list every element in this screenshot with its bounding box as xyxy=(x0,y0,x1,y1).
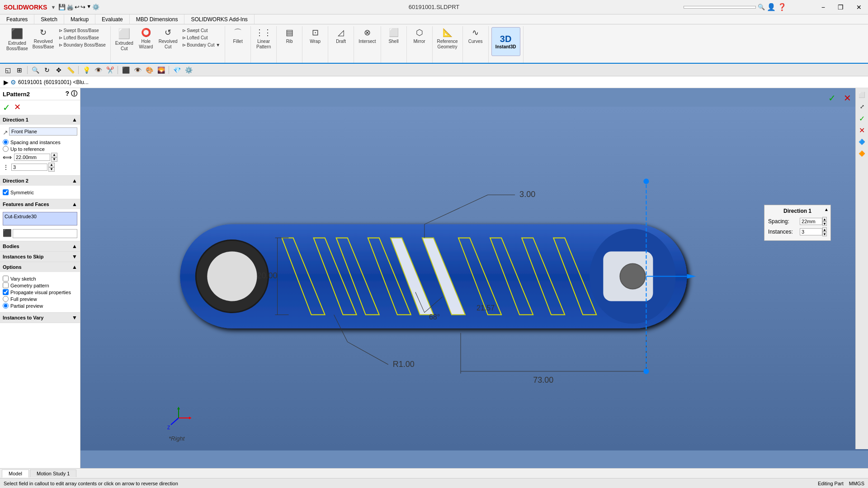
help-icon[interactable]: ❓ xyxy=(778,3,787,11)
quick-access-print[interactable]: 🖨️ xyxy=(66,4,74,10)
tb-view-btn2[interactable]: ⊞ xyxy=(14,65,24,75)
partial-preview-radio[interactable] xyxy=(3,303,9,309)
callout-spacing-up[interactable]: ▲ xyxy=(822,217,827,221)
tab-addins[interactable]: SOLIDWORKS Add-Ins xyxy=(184,14,254,24)
extruded-boss-base-button[interactable]: ⬛ ExtrudedBoss/Base xyxy=(5,27,30,52)
revolved-cut-button[interactable]: ↺ RevolvedCut xyxy=(157,27,179,51)
callout-spacing-input[interactable] xyxy=(800,218,822,225)
swept-cut-button[interactable]: ⊳ Swept Cut xyxy=(180,27,222,34)
ok-button[interactable]: ✓ xyxy=(3,102,10,113)
tb-zoom-btn[interactable]: 🔍 xyxy=(30,65,40,75)
right-expand-icon[interactable]: ⬜ xyxy=(857,90,867,100)
panel-info-icon[interactable]: ⓘ xyxy=(71,90,77,98)
3d-viewport[interactable]: 3.00 20.00 R1.00 73.00 68° 21.57 xyxy=(80,88,868,469)
right-icon4[interactable]: 🔶 xyxy=(857,149,867,159)
draft-button[interactable]: ◿ Draft xyxy=(331,27,351,45)
search-box[interactable] xyxy=(684,6,756,9)
fillet-button[interactable]: ⌒ Fillet xyxy=(228,27,248,45)
tb-realview[interactable]: 💎 xyxy=(172,65,182,75)
features-list-box[interactable]: Cut-Extrude30 xyxy=(3,212,77,225)
restore-button[interactable]: ❐ xyxy=(831,0,850,14)
tab-motion-study[interactable]: Motion Study 1 xyxy=(30,469,76,477)
tb-settings[interactable]: ⚙️ xyxy=(184,65,193,75)
right-arrow2-icon[interactable]: ✕ xyxy=(857,125,867,135)
bodies-header[interactable]: Bodies ▲ xyxy=(0,241,80,251)
tb-section-view[interactable]: ✂️ xyxy=(105,65,115,75)
panel-help-icon[interactable]: ? xyxy=(65,90,69,98)
symmetric-checkbox[interactable] xyxy=(3,189,9,195)
close-button[interactable]: ✕ xyxy=(850,0,868,14)
tb-display-btn[interactable]: 💡 xyxy=(81,65,91,75)
instances-skip-header[interactable]: Instances to Skip ▼ xyxy=(0,252,80,262)
revolved-boss-base-button[interactable]: ↻ RevolvedBoss/Base xyxy=(31,27,56,51)
quick-access-options[interactable]: ⚙️ xyxy=(92,4,99,10)
spacing-input[interactable] xyxy=(14,154,50,161)
mirror-button[interactable]: ⬡ Mirror xyxy=(410,27,429,45)
features-faces-collapse[interactable]: ▲ xyxy=(72,201,77,207)
curves-button[interactable]: ∿ Curves xyxy=(466,27,486,45)
wrap-button[interactable]: ⊡ Wrap xyxy=(305,27,325,45)
direction1-plane-input[interactable] xyxy=(9,127,77,136)
direction1-collapse[interactable]: ▲ xyxy=(72,117,77,123)
instances-skip-collapse[interactable]: ▼ xyxy=(72,253,77,260)
options-collapse[interactable]: ▲ xyxy=(72,264,77,270)
quick-access-dropdown[interactable]: ▼ xyxy=(86,4,91,10)
tb-display-style[interactable]: ⬛ xyxy=(121,65,131,75)
bodies-collapse[interactable]: ▲ xyxy=(72,243,77,249)
user-icon[interactable]: 👤 xyxy=(767,3,776,11)
tb-rotate-btn[interactable]: ↻ xyxy=(42,65,52,75)
cancel-button[interactable]: ✕ xyxy=(14,102,21,113)
callout-spacing-down[interactable]: ▼ xyxy=(822,221,827,226)
tb-measure-btn[interactable]: 📏 xyxy=(66,65,75,75)
tb-view-btn1[interactable]: ◱ xyxy=(3,65,13,75)
instances-vary-header[interactable]: Instances to Vary ▼ xyxy=(0,313,80,323)
shell-button[interactable]: ⬜ Shell xyxy=(384,27,404,45)
extruded-cut-button[interactable]: ⬜ ExtrudedCut xyxy=(113,27,135,52)
right-arrow1-icon[interactable]: ✓ xyxy=(857,113,867,123)
instances-down[interactable]: ▼ xyxy=(48,167,55,172)
propagate-visual-checkbox[interactable] xyxy=(3,289,9,295)
callout-collapse-button[interactable]: ▲ xyxy=(824,207,829,212)
reference-geometry-button[interactable]: 📐 ReferenceGeometry xyxy=(435,27,460,51)
tb-view-orient[interactable]: 👁️ xyxy=(93,65,103,75)
tab-model[interactable]: Model xyxy=(2,469,29,478)
viewport-ok-button[interactable]: ✓ xyxy=(826,92,838,104)
right-icon3[interactable]: 🔷 xyxy=(857,137,867,147)
right-zoom-icon[interactable]: ⤢ xyxy=(857,102,867,112)
hole-wizard-button[interactable]: ⭕ HoleWizard xyxy=(136,27,156,51)
direction1-header[interactable]: Direction 1 ▲ xyxy=(0,115,80,125)
tab-mbd[interactable]: MBD Dimensions xyxy=(130,14,185,24)
callout-instances-down[interactable]: ▼ xyxy=(822,232,827,236)
vary-sketch-checkbox[interactable] xyxy=(3,276,9,282)
features-faces-header[interactable]: Features and Faces ▲ xyxy=(0,199,80,209)
intersect-button[interactable]: ⊗ Intersect xyxy=(357,27,377,45)
rib-button[interactable]: ▤ Rib xyxy=(279,27,299,45)
tb-hide-show[interactable]: 👁️ xyxy=(132,65,142,75)
callout-instances-up[interactable]: ▲ xyxy=(822,227,827,232)
geometry-pattern-checkbox[interactable] xyxy=(3,282,9,288)
swept-boss-base-button[interactable]: ⊳ Swept Boss/Base xyxy=(57,27,108,34)
quick-access-undo[interactable]: ↩ xyxy=(75,4,80,10)
lofted-cut-button[interactable]: ⊳ Lofted Cut xyxy=(180,34,222,41)
direction2-collapse[interactable]: ▲ xyxy=(72,178,77,184)
full-preview-radio[interactable] xyxy=(3,296,9,302)
boundary-cut-button[interactable]: ⊳ Boundary Cut ▼ xyxy=(180,42,222,48)
instances-up[interactable]: ▲ xyxy=(48,163,55,167)
instances-input[interactable] xyxy=(11,164,47,171)
features-face-input[interactable] xyxy=(13,229,77,238)
instances-vary-collapse[interactable]: ▼ xyxy=(72,314,77,321)
tb-pan-btn[interactable]: ✥ xyxy=(54,65,64,75)
spacing-up[interactable]: ▲ xyxy=(51,153,57,157)
tab-features[interactable]: Features xyxy=(0,14,34,24)
instant3d-button[interactable]: 3D Instant3D xyxy=(491,27,520,56)
spacing-instances-radio[interactable] xyxy=(3,139,9,145)
direction2-header[interactable]: Direction 2 ▲ xyxy=(0,176,80,186)
breadcrumb-arrow[interactable]: ▶ xyxy=(4,79,9,86)
minimize-button[interactable]: − xyxy=(815,0,831,14)
tb-scene[interactable]: 🌄 xyxy=(156,65,166,75)
tab-markup[interactable]: Markup xyxy=(64,14,95,24)
spacing-down[interactable]: ▼ xyxy=(51,157,57,162)
options-header[interactable]: Options ▲ xyxy=(0,262,80,272)
quick-access-redo[interactable]: ↪ xyxy=(80,4,85,10)
search-icon[interactable]: 🔍 xyxy=(758,4,765,10)
